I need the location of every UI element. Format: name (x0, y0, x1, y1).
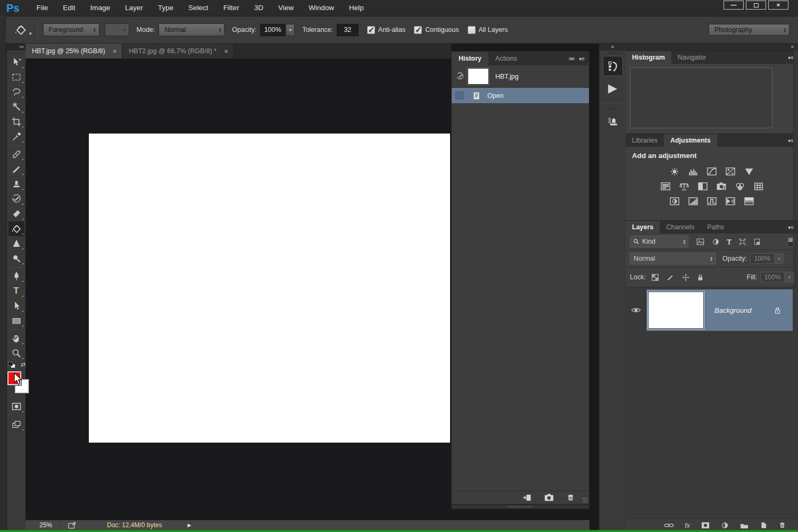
tool-presets-panel-icon[interactable] (603, 112, 623, 132)
move-tool[interactable] (9, 55, 24, 70)
tab-close-icon[interactable]: × (224, 47, 228, 55)
zoom-tool[interactable] (9, 346, 24, 361)
crop-tool[interactable] (9, 114, 24, 129)
rectangle-tool[interactable] (9, 313, 24, 328)
fill-source-select[interactable]: Foreground ▴▾ (43, 23, 99, 36)
menu-window[interactable]: Window (301, 0, 342, 16)
filter-toggle-switch[interactable] (787, 237, 794, 247)
menu-help[interactable]: Help (342, 0, 371, 16)
history-brush-tool[interactable] (9, 192, 24, 206)
threshold-icon[interactable] (705, 196, 719, 206)
menu-3d[interactable]: 3D (247, 0, 271, 16)
swap-colors-icon[interactable]: ⇄ (21, 361, 26, 368)
photo-filter-icon[interactable] (714, 181, 728, 192)
filter-pixel-layers-icon[interactable] (696, 238, 705, 246)
filter-adjustment-layers-icon[interactable] (712, 238, 720, 246)
minimize-button[interactable]: — (724, 1, 744, 10)
rectangular-marquee-tool[interactable] (9, 70, 24, 85)
mode-select[interactable]: Normal ▴▾ (159, 23, 225, 36)
actions-panel-icon[interactable]: ▶ (603, 78, 623, 98)
anti-alias-checkbox[interactable] (367, 26, 375, 34)
type-tool[interactable]: T (9, 284, 24, 298)
lock-position-icon[interactable] (681, 273, 690, 281)
tool-preset-caret-icon[interactable]: ▾ (29, 31, 32, 36)
filter-type-layers-icon[interactable]: T (727, 238, 732, 246)
document-tab-hbt2[interactable]: HBT2.jpg @ 66,7% (RGB/8) * × (122, 44, 234, 59)
tab-navigator[interactable]: Navigator (671, 51, 713, 64)
eraser-tool[interactable] (9, 206, 24, 221)
new-snapshot-camera-icon[interactable] (544, 493, 554, 502)
share-export-icon[interactable] (68, 521, 77, 529)
menu-view[interactable]: View (271, 0, 301, 16)
eyedropper-tool[interactable] (9, 129, 24, 144)
tab-channels[interactable]: Channels (660, 221, 701, 234)
history-panel-resize-bar[interactable] (451, 504, 589, 509)
opacity-input[interactable]: 100% (260, 24, 285, 36)
filter-smart-objects-icon[interactable] (753, 238, 761, 246)
tab-actions[interactable]: Actions (488, 52, 524, 65)
tab-libraries[interactable]: Libraries (626, 134, 664, 147)
delete-state-trash-icon[interactable] (566, 493, 575, 502)
tab-adjustments[interactable]: Adjustments (664, 134, 717, 147)
layer-thumbnail[interactable] (648, 292, 704, 329)
lasso-tool[interactable] (9, 85, 24, 99)
contiguous-checkbox[interactable] (414, 26, 422, 34)
lock-all-icon[interactable] (697, 273, 704, 281)
new-group-icon[interactable] (739, 522, 749, 529)
filter-shape-layers-icon[interactable] (738, 238, 746, 246)
magic-wand-tool[interactable] (9, 99, 24, 114)
curves-icon[interactable] (705, 167, 719, 177)
panel-collapse-icon[interactable]: »» (569, 55, 573, 62)
strip-grip[interactable] (608, 108, 618, 110)
lock-image-pixels-icon[interactable] (666, 273, 675, 281)
clone-stamp-tool[interactable] (9, 177, 24, 192)
color-lookup-icon[interactable] (752, 181, 766, 192)
menu-image[interactable]: Image (83, 0, 118, 16)
path-selection-tool[interactable] (9, 298, 24, 313)
doc-size-info[interactable]: Doc: 12,4M/0 bytes (107, 521, 162, 529)
snapshot-thumbnail[interactable] (468, 68, 489, 85)
tolerance-input[interactable]: 32 (337, 24, 359, 36)
workspace-select[interactable]: Photography ▴▾ (709, 24, 789, 36)
lock-transparent-pixels-icon[interactable] (651, 273, 659, 281)
layer-opacity-value[interactable]: 100% (750, 253, 775, 264)
menu-select[interactable]: Select (181, 0, 216, 16)
tab-histogram[interactable]: Histogram (626, 51, 671, 64)
zoom-level-field[interactable]: 25% (26, 520, 60, 530)
maximize-button[interactable] (746, 1, 766, 10)
levels-icon[interactable] (686, 167, 700, 177)
kind-filter-select[interactable]: Kind ▴▾ (630, 236, 688, 247)
brush-tool[interactable] (9, 162, 24, 177)
history-state-checkbox[interactable] (455, 92, 463, 99)
pen-tool[interactable] (9, 269, 24, 284)
tools-grip[interactable] (12, 52, 21, 54)
dock-collapse-button[interactable]: « (600, 44, 626, 51)
panel-menu-icon[interactable]: ▾≡ (788, 225, 794, 230)
dock-collapse-button-right[interactable]: » (626, 44, 798, 51)
layer-effects-icon[interactable]: fx (685, 521, 690, 529)
invert-icon[interactable] (668, 196, 681, 206)
all-layers-checkbox[interactable] (468, 26, 476, 34)
document-tab-hbt[interactable]: HBT.jpg @ 25% (RGB/8) × (26, 44, 122, 59)
panel-menu-icon[interactable]: ▾≡ (579, 56, 585, 62)
brightness-contrast-icon[interactable] (668, 167, 681, 177)
close-button[interactable]: × (768, 1, 788, 10)
tab-paths[interactable]: Paths (701, 221, 730, 234)
tab-close-icon[interactable]: × (113, 47, 117, 55)
tab-history[interactable]: History (452, 52, 488, 65)
vibrance-icon[interactable] (742, 167, 756, 177)
channel-mixer-icon[interactable] (733, 181, 747, 192)
options-bar-grip[interactable] (0, 16, 6, 44)
blur-tool[interactable] (9, 236, 24, 251)
selective-color-icon[interactable] (742, 196, 756, 206)
spot-healing-brush-tool[interactable] (9, 147, 24, 162)
default-colors-icon[interactable] (8, 362, 16, 369)
layer-row-background[interactable]: Background (626, 289, 793, 331)
hand-tool[interactable] (9, 331, 24, 346)
hue-saturation-icon[interactable] (659, 181, 672, 192)
new-document-from-state-icon[interactable] (522, 493, 532, 502)
blend-mode-select[interactable]: Normal ▴▾ (630, 253, 716, 264)
menu-layer[interactable]: Layer (118, 0, 151, 16)
menu-edit[interactable]: Edit (55, 0, 82, 16)
history-snapshot-row[interactable]: HBT.jpg (452, 65, 589, 88)
